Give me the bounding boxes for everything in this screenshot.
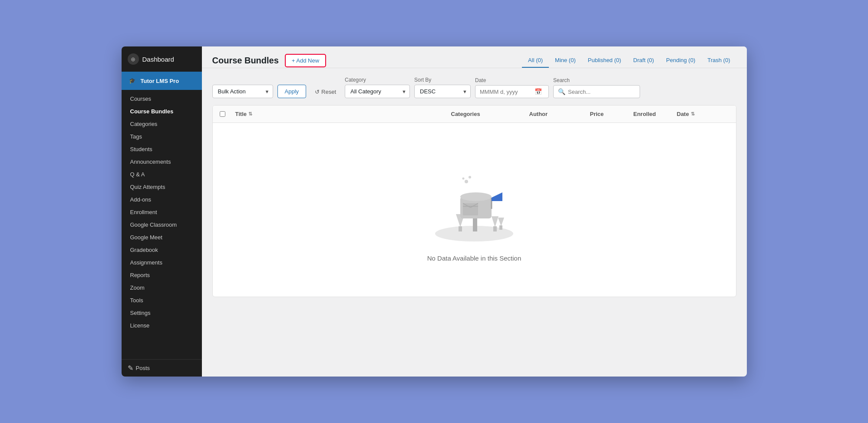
- apply-label: Apply: [285, 88, 299, 95]
- data-table: Title ⇅ Categories Author Price Enrolled: [212, 105, 736, 297]
- category-label: Category: [345, 77, 410, 83]
- sidebar-item-tools[interactable]: Tools: [122, 294, 202, 307]
- search-input[interactable]: [568, 89, 633, 95]
- sidebar-tutor-lms[interactable]: 🎓 Tutor LMS Pro: [122, 72, 202, 90]
- reset-icon: ↺: [315, 89, 320, 95]
- filters-row: Bulk Action Delete ▼ Apply ↺ Reset Categ…: [212, 77, 736, 98]
- svg-point-14: [465, 180, 468, 183]
- main-content: Course Bundles + Add New All (0) Mine (0…: [202, 46, 747, 377]
- th-checkbox: [220, 111, 235, 117]
- svg-point-16: [462, 178, 465, 180]
- tab-trash[interactable]: Trash (0): [701, 53, 736, 68]
- page-title: Course Bundles: [212, 56, 279, 66]
- reset-label: Reset: [321, 89, 336, 95]
- svg-marker-3: [492, 216, 498, 227]
- content-area: Bulk Action Delete ▼ Apply ↺ Reset Categ…: [202, 68, 747, 377]
- date-sort-icon[interactable]: ⇅: [691, 111, 695, 117]
- posts-label: Posts: [136, 365, 150, 371]
- svg-marker-13: [492, 192, 502, 201]
- sidebar-item-google-classroom[interactable]: Google Classroom: [122, 218, 202, 231]
- sidebar-item-students[interactable]: Students: [122, 143, 202, 155]
- svg-marker-5: [498, 218, 504, 226]
- table-body: No Data Available in this Section: [213, 123, 736, 297]
- bulk-action-group: Bulk Action Delete ▼: [212, 85, 273, 98]
- wordpress-icon: ⊕: [128, 53, 139, 65]
- table-header: Title ⇅ Categories Author Price Enrolled: [213, 106, 736, 123]
- sidebar-item-course-bundles[interactable]: Course Bundles: [122, 105, 202, 118]
- svg-point-9: [460, 192, 492, 201]
- category-wrapper: All Category ▼: [345, 85, 410, 98]
- add-new-button[interactable]: + Add New: [285, 54, 326, 67]
- header-tabs: All (0) Mine (0) Published (0) Draft (0)…: [522, 53, 736, 68]
- sidebar-item-addons[interactable]: Add-ons: [122, 193, 202, 206]
- sidebar-item-settings[interactable]: Settings: [122, 307, 202, 319]
- svg-rect-2: [459, 226, 462, 231]
- date-input[interactable]: [480, 89, 532, 95]
- sidebar-item-enrollment[interactable]: Enrollment: [122, 206, 202, 218]
- sidebar-item-gradebook[interactable]: Gradebook: [122, 244, 202, 256]
- calendar-icon: 📅: [535, 88, 542, 95]
- date-input-wrapper: 📅: [475, 85, 549, 98]
- sidebar-item-qa[interactable]: Q & A: [122, 168, 202, 181]
- sortby-label: Sort By: [414, 77, 471, 83]
- header-left: Course Bundles + Add New: [212, 54, 327, 67]
- tab-pending[interactable]: Pending (0): [660, 53, 701, 68]
- sortby-filter-group: Sort By DESC ASC ▼: [414, 77, 471, 98]
- date-filter-group: Date 📅: [475, 77, 549, 98]
- search-filter-group: Search 🔍: [553, 77, 640, 98]
- empty-message: No Data Available in this Section: [427, 254, 521, 262]
- sidebar-nav: Courses Course Bundles Categories Tags S…: [122, 90, 202, 359]
- sidebar-item-google-meet[interactable]: Google Meet: [122, 231, 202, 244]
- bulk-action-wrapper: Bulk Action Delete ▼: [212, 85, 273, 98]
- search-input-wrapper: 🔍: [553, 85, 640, 98]
- posts-icon: ✎: [128, 364, 133, 372]
- sidebar-item-reports[interactable]: Reports: [122, 269, 202, 281]
- sortby-select[interactable]: DESC ASC: [414, 85, 471, 98]
- sidebar-posts[interactable]: ✎ Posts: [122, 359, 202, 377]
- tab-all[interactable]: All (0): [522, 53, 549, 68]
- tab-draft[interactable]: Draft (0): [627, 53, 660, 68]
- date-label: Date: [475, 77, 549, 83]
- reset-button[interactable]: ↺ Reset: [310, 86, 340, 98]
- sidebar-item-categories[interactable]: Categories: [122, 118, 202, 130]
- dashboard-label: Dashboard: [142, 56, 174, 63]
- th-price: Price: [590, 111, 634, 117]
- select-all-checkbox[interactable]: [220, 111, 225, 117]
- sidebar-item-assignments[interactable]: Assignments: [122, 256, 202, 269]
- sidebar: ⊕ Dashboard 🎓 Tutor LMS Pro Courses Cour…: [122, 46, 202, 377]
- sortby-wrapper: DESC ASC ▼: [414, 85, 471, 98]
- sidebar-item-tags[interactable]: Tags: [122, 130, 202, 143]
- tutor-lms-icon: 🎓: [128, 76, 137, 86]
- svg-rect-10: [463, 203, 478, 215]
- title-sort-icon[interactable]: ⇅: [248, 111, 252, 117]
- sidebar-item-quiz-attempts[interactable]: Quiz Attempts: [122, 181, 202, 193]
- add-new-label: + Add New: [292, 57, 319, 64]
- svg-rect-4: [493, 226, 497, 231]
- th-title: Title ⇅: [235, 111, 451, 117]
- th-date: Date ⇅: [677, 111, 729, 117]
- svg-rect-6: [499, 225, 502, 230]
- tab-mine[interactable]: Mine (0): [549, 53, 582, 68]
- empty-state-svg: [431, 158, 518, 245]
- sidebar-item-zoom[interactable]: Zoom: [122, 281, 202, 294]
- sidebar-item-license[interactable]: License: [122, 319, 202, 332]
- sidebar-item-announcements[interactable]: Announcements: [122, 155, 202, 168]
- bulk-action-select[interactable]: Bulk Action Delete: [212, 85, 273, 98]
- th-author: Author: [529, 111, 590, 117]
- sidebar-dashboard[interactable]: ⊕ Dashboard: [122, 46, 202, 72]
- svg-point-15: [469, 176, 471, 178]
- search-label: Search: [553, 77, 640, 83]
- category-select[interactable]: All Category: [345, 85, 410, 98]
- tutor-lms-label: Tutor LMS Pro: [141, 78, 179, 84]
- apply-button[interactable]: Apply: [277, 85, 307, 98]
- search-icon: 🔍: [558, 88, 565, 95]
- th-enrolled: Enrolled: [634, 111, 677, 117]
- page-header: Course Bundles + Add New All (0) Mine (0…: [202, 46, 747, 68]
- empty-illustration: [431, 158, 518, 246]
- category-filter-group: Category All Category ▼: [345, 77, 410, 98]
- th-categories: Categories: [451, 111, 529, 117]
- tab-published[interactable]: Published (0): [582, 53, 627, 68]
- sidebar-item-courses[interactable]: Courses: [122, 93, 202, 105]
